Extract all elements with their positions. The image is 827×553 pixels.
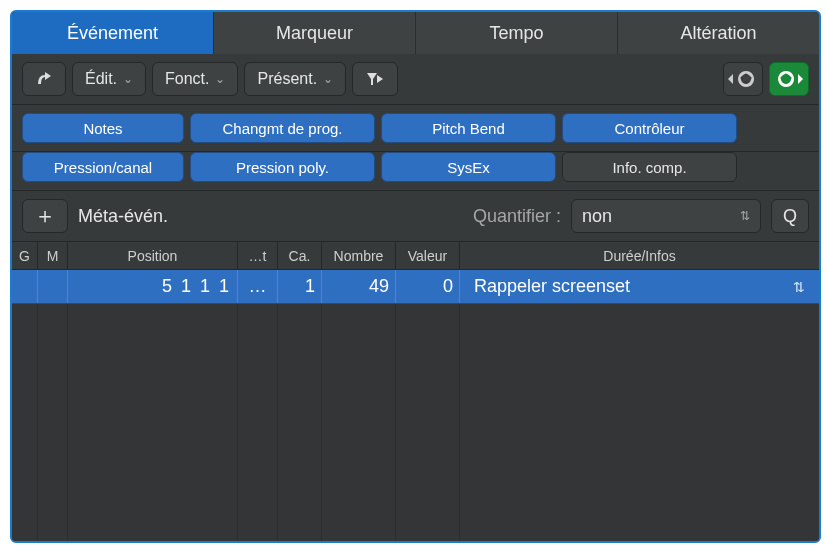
- view-menu-label: Présent.: [257, 70, 317, 88]
- tab-marqueur[interactable]: Marqueur: [214, 12, 416, 54]
- svg-point-5: [784, 73, 787, 76]
- tab-tempo[interactable]: Tempo: [416, 12, 618, 54]
- catch-button[interactable]: [22, 62, 66, 96]
- catch-arrow-icon: [35, 70, 53, 88]
- chevron-down-icon: ⌄: [215, 72, 225, 86]
- chevron-down-icon: ⌄: [323, 72, 333, 86]
- svg-point-4: [780, 76, 783, 79]
- column-m: M: [38, 242, 68, 269]
- cell-info-label: Rappeler screenset: [474, 276, 630, 297]
- svg-point-1: [744, 73, 747, 76]
- edit-menu[interactable]: Édit. ⌄: [72, 62, 146, 96]
- add-event-type-label: Méta-évén.: [78, 206, 168, 227]
- add-event-button[interactable]: ＋: [22, 199, 68, 233]
- quantize-label: Quantifier :: [473, 206, 561, 227]
- tab-evenement[interactable]: Événement: [12, 12, 214, 54]
- view-menu[interactable]: Présent. ⌄: [244, 62, 346, 96]
- cell-channel[interactable]: 1: [278, 270, 322, 303]
- filter-program-change[interactable]: Changmt de prog.: [190, 113, 375, 143]
- cell-g: [12, 270, 38, 303]
- quantize-value: non: [582, 206, 612, 227]
- palette-arrow-icon: [728, 68, 758, 90]
- edit-menu-label: Édit.: [85, 70, 117, 88]
- quantize-button[interactable]: Q: [771, 199, 809, 233]
- column-status[interactable]: …t: [238, 242, 278, 269]
- palette-arrow-icon: [774, 68, 804, 90]
- column-value[interactable]: Valeur: [396, 242, 460, 269]
- filter-notes[interactable]: Notes: [22, 113, 184, 143]
- filter-controller[interactable]: Contrôleur: [562, 113, 737, 143]
- svg-point-6: [788, 76, 791, 79]
- cell-value[interactable]: 0: [396, 270, 460, 303]
- cell-status[interactable]: …: [238, 270, 278, 303]
- palette-right-button[interactable]: [769, 62, 809, 96]
- svg-point-0: [740, 76, 743, 79]
- plus-icon: ＋: [34, 201, 56, 231]
- filter-button[interactable]: [352, 62, 398, 96]
- cell-number[interactable]: 49: [322, 270, 396, 303]
- column-number[interactable]: Nombre: [322, 242, 396, 269]
- functions-menu-label: Fonct.: [165, 70, 209, 88]
- quantize-select[interactable]: non ⇅: [571, 199, 761, 233]
- tab-alteration[interactable]: Altération: [618, 12, 819, 54]
- svg-point-7: [784, 80, 787, 83]
- updown-icon: ⇅: [740, 209, 750, 223]
- event-row[interactable]: 5 1 1 1 … 1 49 0 Rappeler screenset ⇅: [12, 270, 819, 304]
- palette-left-button[interactable]: [723, 62, 763, 96]
- filter-sysex[interactable]: SysEx: [381, 152, 556, 182]
- cell-info[interactable]: Rappeler screenset ⇅: [460, 270, 819, 303]
- cell-m: [38, 270, 68, 303]
- filter-channel-pressure[interactable]: Pression/canal: [22, 152, 184, 182]
- filter-poly-pressure[interactable]: Pression poly.: [190, 152, 375, 182]
- chevron-down-icon: ⌄: [123, 72, 133, 86]
- column-channel[interactable]: Ca.: [278, 242, 322, 269]
- cell-position[interactable]: 5 1 1 1: [68, 270, 238, 303]
- filter-additional-info[interactable]: Info. comp.: [562, 152, 737, 182]
- column-g: G: [12, 242, 38, 269]
- filter-pitch-bend[interactable]: Pitch Bend: [381, 113, 556, 143]
- updown-icon: ⇅: [793, 279, 805, 295]
- svg-point-3: [744, 80, 747, 83]
- column-length-info[interactable]: Durée/Infos: [460, 242, 819, 269]
- functions-menu[interactable]: Fonct. ⌄: [152, 62, 238, 96]
- column-position[interactable]: Position: [68, 242, 238, 269]
- svg-point-2: [748, 76, 751, 79]
- funnel-arrow-icon: [365, 70, 385, 88]
